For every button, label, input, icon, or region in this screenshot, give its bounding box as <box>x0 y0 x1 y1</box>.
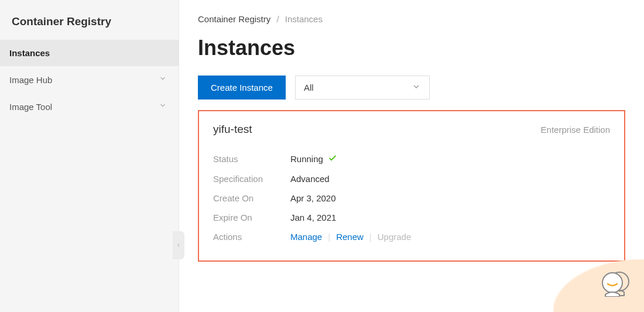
row-actions: Actions Manage | Renew | Upgrade <box>213 227 610 246</box>
chevron-down-icon <box>159 101 167 112</box>
create-instance-button[interactable]: Create Instance <box>198 76 286 100</box>
filter-select[interactable]: All <box>295 76 430 100</box>
manage-link[interactable]: Manage <box>290 232 322 242</box>
instance-edition: Enterprise Edition <box>541 125 610 135</box>
label-create-on: Create On <box>213 193 290 203</box>
sidebar-item-image-tool[interactable]: Image Tool <box>0 93 179 120</box>
actions-group: Manage | Renew | Upgrade <box>290 232 411 242</box>
toolbar: Create Instance All <box>198 76 625 100</box>
row-create-on: Create On Apr 3, 2020 <box>213 188 610 208</box>
sidebar-item-instances[interactable]: Instances <box>0 40 179 66</box>
sidebar-collapse-handle[interactable] <box>173 231 184 259</box>
sidebar-item-image-hub[interactable]: Image Hub <box>0 66 179 93</box>
action-separator: | <box>328 232 330 242</box>
renew-link[interactable]: Renew <box>336 232 364 242</box>
sidebar: Container Registry Instances Image Hub I… <box>0 0 179 312</box>
chevron-down-icon <box>159 74 167 85</box>
value-expire-on: Jan 4, 2021 <box>290 212 336 222</box>
upgrade-link-disabled: Upgrade <box>378 232 412 242</box>
instance-card: yifu-test Enterprise Edition Status Runn… <box>198 110 625 262</box>
support-icon[interactable] <box>598 268 631 299</box>
label-status: Status <box>213 154 290 164</box>
breadcrumb-separator: / <box>276 14 279 24</box>
sidebar-item-label: Image Hub <box>9 75 52 85</box>
breadcrumb-root[interactable]: Container Registry <box>198 14 270 24</box>
check-icon <box>328 153 337 164</box>
row-specification: Specification Advanced <box>213 169 610 188</box>
label-expire-on: Expire On <box>213 212 290 222</box>
row-expire-on: Expire On Jan 4, 2021 <box>213 208 610 227</box>
main-content: Container Registry / Instances Instances… <box>179 0 644 312</box>
status-text: Running <box>290 154 323 164</box>
value-create-on: Apr 3, 2020 <box>290 193 336 203</box>
page-title: Instances <box>198 36 625 60</box>
row-status: Status Running <box>213 149 610 169</box>
action-separator: | <box>369 232 372 242</box>
svg-point-1 <box>602 273 622 293</box>
breadcrumb-current: Instances <box>285 14 323 24</box>
value-status: Running <box>290 153 337 164</box>
chevron-down-icon <box>412 82 421 93</box>
breadcrumb: Container Registry / Instances <box>198 14 625 24</box>
label-specification: Specification <box>213 174 290 184</box>
value-specification: Advanced <box>290 174 330 184</box>
sidebar-item-label: Instances <box>9 48 50 58</box>
sidebar-title: Container Registry <box>0 0 179 40</box>
sidebar-item-label: Image Tool <box>9 102 52 112</box>
filter-value: All <box>304 83 314 92</box>
label-actions: Actions <box>213 232 290 242</box>
instance-card-header: yifu-test Enterprise Edition <box>213 123 610 136</box>
instance-name: yifu-test <box>213 123 252 136</box>
